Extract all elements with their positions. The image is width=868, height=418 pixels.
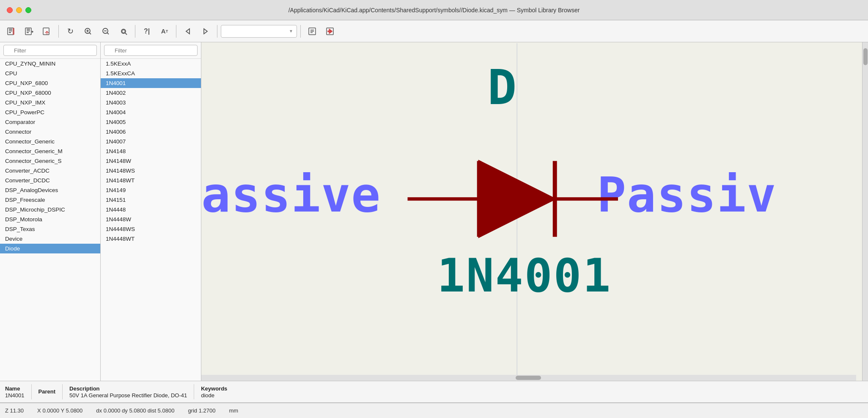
symbol-list: 1.5KExxA1.5KExxCA1N40011N40021N40031N400… <box>101 59 201 381</box>
keywords-header: Keywords <box>201 385 227 392</box>
description-column: Description 50V 1A General Purpose Recti… <box>69 385 187 399</box>
svg-marker-21 <box>186 29 190 34</box>
separator-2 <box>135 25 135 38</box>
symbol-list-item[interactable]: 1N4448W <box>101 214 201 224</box>
maximize-button[interactable] <box>25 7 31 13</box>
library-list-item[interactable]: CPU_NXP_68000 <box>0 88 100 98</box>
text-tool-button[interactable]: AT <box>157 23 173 39</box>
symbol-list-item[interactable]: 1N4006 <box>101 127 201 137</box>
svg-text:1N4001: 1N4001 <box>437 248 612 302</box>
library-list-item[interactable]: Connector <box>0 127 100 137</box>
symbol-list-item[interactable]: 1N4448WT <box>101 234 201 244</box>
zoom-status: Z 11.30 <box>5 407 24 414</box>
library-list-item[interactable]: CPU_NXP_6800 <box>0 78 100 88</box>
schematic-button[interactable] <box>304 23 320 39</box>
load-lib-button[interactable] <box>3 23 19 39</box>
svg-text:D: D <box>488 59 518 116</box>
library-list-item[interactable]: CPU_PowerPC <box>0 107 100 117</box>
grid-status: grid 1.2700 <box>188 407 215 414</box>
library-filter-input[interactable] <box>3 45 97 56</box>
library-list-item[interactable]: Device <box>0 234 100 244</box>
symbol-list-item[interactable]: 1.5KExxCA <box>101 69 201 78</box>
symbol-list-item[interactable]: 1N4148WT <box>101 176 201 185</box>
svg-line-17 <box>107 33 109 34</box>
symbol-list-item[interactable]: 1N4448 <box>101 205 201 214</box>
load-sym-button[interactable] <box>39 23 55 39</box>
separator-1 <box>58 25 59 38</box>
symbol-list-item[interactable]: 1N4002 <box>101 88 201 98</box>
unit-dropdown[interactable]: ▼ <box>221 25 297 38</box>
library-list-item[interactable]: Connector_Generic <box>0 137 100 146</box>
zoom-fit-button[interactable] <box>115 23 132 39</box>
symbol-list-item[interactable]: 1N4149 <box>101 185 201 195</box>
library-list-item[interactable]: DSP_Motorola <box>0 214 100 224</box>
zoom-out-button[interactable] <box>98 23 114 39</box>
svg-rect-1 <box>9 29 12 30</box>
horizontal-scrollbar[interactable] <box>201 375 856 381</box>
symbol-filter-bar: 🔍 <box>101 42 201 59</box>
symbol-list-item[interactable]: 1N4448WS <box>101 224 201 234</box>
symbol-list-item[interactable]: 1.5KExxA <box>101 59 201 69</box>
vertical-scrollbar[interactable] <box>862 42 868 381</box>
library-list-item[interactable]: CPU <box>0 69 100 78</box>
svg-line-19 <box>125 33 127 35</box>
delta-status: dx 0.0000 dy 5.0800 dist 5.0800 <box>96 407 174 414</box>
keywords-value: diode <box>201 392 227 399</box>
zoom-in-button[interactable] <box>80 23 96 39</box>
symbol-list-item[interactable]: 1N4148 <box>101 146 201 156</box>
library-list-item[interactable]: Connector_Generic_M <box>0 146 100 156</box>
symbol-list-item[interactable]: 1N4003 <box>101 98 201 107</box>
library-list-item[interactable]: DSP_Freescale <box>0 195 100 205</box>
close-button[interactable] <box>7 7 13 13</box>
library-list-item[interactable]: Converter_ACDC <box>0 166 100 176</box>
svg-rect-20 <box>122 30 125 33</box>
svg-point-29 <box>327 30 329 32</box>
parent-header: Parent <box>38 388 55 395</box>
window-title: /Applications/KiCad/KiCad.app/Contents/S… <box>288 7 580 14</box>
svg-rect-4 <box>13 28 14 35</box>
symbol-list-item[interactable]: 1N4007 <box>101 137 201 146</box>
symbol-list-item[interactable]: 1N4148WS <box>101 166 201 176</box>
library-list-item[interactable]: Converter_DCDC <box>0 176 100 185</box>
hscroll-thumb[interactable] <box>516 376 541 380</box>
symbol-filter-input[interactable] <box>104 45 198 56</box>
symbol-list-item[interactable]: 1N4005 <box>101 117 201 127</box>
svg-rect-3 <box>9 32 11 33</box>
library-list-item[interactable]: Connector_Generic_S <box>0 156 100 166</box>
description-header: Description <box>69 385 187 392</box>
keywords-column: Keywords diode <box>201 385 227 399</box>
parent-column: Parent <box>38 388 55 395</box>
vscroll-thumb[interactable] <box>863 48 868 65</box>
gate-next-button[interactable] <box>198 23 214 39</box>
symbol-panel: 🔍 1.5KExxA1.5KExxCA1N40011N40021N40031N4… <box>101 42 201 381</box>
svg-rect-9 <box>43 28 49 35</box>
symbol-list-item[interactable]: 1N4151 <box>101 195 201 205</box>
symbol-list-item[interactable]: 1N4148W <box>101 156 201 166</box>
gate-prev-button[interactable] <box>180 23 196 39</box>
library-list-item[interactable]: DSP_Texas <box>0 224 100 234</box>
help-button[interactable]: ?| <box>139 23 155 39</box>
place-symbol-button[interactable] <box>322 23 338 39</box>
library-list-item[interactable]: CPU_NXP_IMX <box>0 98 100 107</box>
library-list-item[interactable]: DSP_AnalogDevices <box>0 185 100 195</box>
svg-rect-6 <box>27 29 30 30</box>
library-list: CPU_ZYNQ_MININCPUCPU_NXP_6800CPU_NXP_680… <box>0 59 100 381</box>
main-area: 🔍 CPU_ZYNQ_MININCPUCPU_NXP_6800CPU_NXP_6… <box>0 42 868 381</box>
load-cur-lib-button[interactable] <box>21 23 37 39</box>
name-header: Name <box>5 385 25 392</box>
symbol-list-item[interactable]: 1N4004 <box>101 107 201 117</box>
minimize-button[interactable] <box>16 7 22 13</box>
library-list-item[interactable]: Comparator <box>0 117 100 127</box>
coords-status: X 0.0000 Y 5.0800 <box>37 407 82 414</box>
svg-rect-7 <box>27 30 30 31</box>
library-list-item[interactable]: CPU_ZYNQ_MININ <box>0 59 100 69</box>
refresh-button[interactable]: ↻ <box>62 23 78 39</box>
info-bar: Name 1N4001 Parent Description 50V 1A Ge… <box>0 381 868 403</box>
symbol-list-item[interactable]: 1N4001 <box>101 78 201 88</box>
library-list-item[interactable]: Diode <box>0 244 100 253</box>
status-bar: Z 11.30 X 0.0000 Y 5.0800 dx 0.0000 dy 5… <box>0 403 868 418</box>
svg-rect-8 <box>27 32 29 33</box>
canvas-area[interactable]: D 1N4001 assive Passiv <box>201 42 862 381</box>
separator-5 <box>300 25 301 38</box>
library-list-item[interactable]: DSP_Microchip_DSPIC <box>0 205 100 214</box>
